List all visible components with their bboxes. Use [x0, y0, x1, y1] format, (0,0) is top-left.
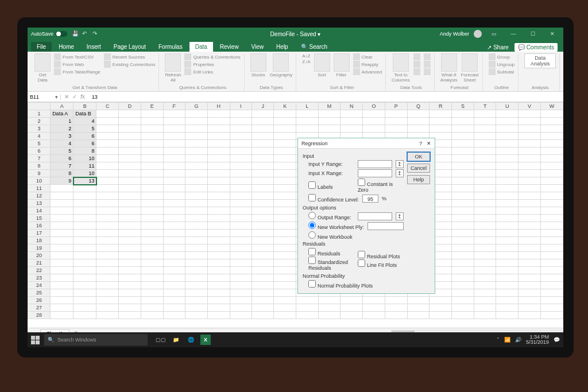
output-range-input[interactable] — [358, 212, 392, 220]
cell-J20[interactable] — [252, 252, 274, 259]
cell-I24[interactable] — [230, 282, 252, 289]
row-header-16[interactable]: 16 — [28, 222, 51, 230]
cell-U11[interactable] — [496, 185, 519, 192]
cell-E24[interactable] — [141, 282, 163, 289]
cell-V21[interactable] — [519, 259, 541, 267]
cell-J12[interactable] — [252, 192, 274, 200]
row-header-25[interactable]: 25 — [28, 289, 51, 297]
cell-J6[interactable] — [252, 148, 274, 155]
cell-G28[interactable] — [185, 312, 208, 319]
cell-S4[interactable] — [452, 133, 474, 140]
cell-F23[interactable] — [163, 274, 185, 282]
cell-S9[interactable] — [452, 170, 474, 177]
tab-insert[interactable]: Insert — [81, 42, 107, 52]
cell-J15[interactable] — [252, 215, 274, 222]
row-header-28[interactable]: 28 — [28, 312, 51, 319]
cell-B13[interactable] — [74, 200, 96, 207]
cell-C17[interactable] — [96, 230, 119, 237]
row-header-5[interactable]: 5 — [28, 140, 51, 148]
cell-E23[interactable] — [141, 274, 163, 282]
cell-D11[interactable] — [119, 185, 141, 192]
row-header-4[interactable]: 4 — [28, 133, 51, 140]
enter-formula-icon[interactable]: ✓ — [72, 94, 77, 100]
cell-G25[interactable] — [185, 289, 208, 297]
cell-M27[interactable] — [318, 304, 341, 312]
cell-H3[interactable] — [207, 125, 230, 133]
cell-E17[interactable] — [141, 230, 163, 237]
cell-D13[interactable] — [119, 200, 141, 207]
cell-F1[interactable] — [163, 110, 185, 118]
cell-C13[interactable] — [96, 200, 119, 207]
cell-K23[interactable] — [274, 274, 296, 282]
row-header-19[interactable]: 19 — [28, 244, 51, 252]
cell-I28[interactable] — [230, 312, 252, 319]
cell-S12[interactable] — [452, 192, 474, 200]
cell-J1[interactable] — [252, 110, 274, 118]
cell-T27[interactable] — [474, 304, 496, 312]
cell-K6[interactable] — [274, 148, 296, 155]
cell-J16[interactable] — [252, 222, 274, 230]
col-header-W[interactable]: W — [540, 103, 563, 110]
share-button[interactable]: ↗ Share — [487, 44, 508, 51]
cell-S15[interactable] — [452, 215, 474, 222]
cell-E4[interactable] — [141, 133, 163, 140]
cell-U14[interactable] — [496, 207, 519, 215]
cell-G1[interactable] — [185, 110, 208, 118]
row-header-20[interactable]: 20 — [28, 252, 51, 259]
cell-D28[interactable] — [119, 312, 141, 319]
cell-T11[interactable] — [474, 185, 496, 192]
cell-J17[interactable] — [252, 230, 274, 237]
cell-K2[interactable] — [274, 118, 296, 125]
cell-A18[interactable] — [51, 237, 74, 244]
cell-H25[interactable] — [207, 289, 230, 297]
row-header-2[interactable]: 2 — [28, 118, 51, 125]
cell-H13[interactable] — [207, 200, 230, 207]
cell-V17[interactable] — [519, 230, 541, 237]
cell-H21[interactable] — [207, 259, 230, 267]
cell-U10[interactable] — [496, 177, 519, 185]
cell-B15[interactable] — [74, 215, 96, 222]
cell-C20[interactable] — [96, 252, 119, 259]
resid-plots-checkbox[interactable] — [358, 251, 365, 258]
cell-D17[interactable] — [119, 230, 141, 237]
std-residuals-checkbox[interactable] — [308, 257, 316, 264]
windows-search-input[interactable]: 🔍 Search Windows — [44, 334, 148, 346]
cell-B12[interactable] — [74, 192, 96, 200]
cell-R2[interactable] — [430, 118, 452, 125]
cell-I11[interactable] — [230, 185, 252, 192]
sort-button-icon[interactable] — [314, 53, 330, 72]
col-header-T[interactable]: T — [474, 103, 496, 110]
cell-G22[interactable] — [185, 267, 208, 274]
cell-B7[interactable]: 10 — [74, 155, 96, 162]
cell-T17[interactable] — [474, 230, 496, 237]
cell-H1[interactable] — [207, 110, 230, 118]
forecast-icon[interactable] — [462, 53, 478, 72]
cell-W17[interactable] — [540, 230, 563, 237]
cell-K3[interactable] — [274, 125, 296, 133]
cell-T1[interactable] — [474, 110, 496, 118]
cell-O3[interactable] — [363, 125, 385, 133]
cell-S1[interactable] — [452, 110, 474, 118]
cell-F20[interactable] — [163, 252, 185, 259]
cell-T16[interactable] — [474, 222, 496, 230]
cell-V6[interactable] — [519, 148, 541, 155]
cell-U15[interactable] — [496, 215, 519, 222]
x-range-ref-icon[interactable]: ↥ — [396, 169, 404, 177]
start-button[interactable] — [31, 336, 40, 344]
cell-E8[interactable] — [141, 162, 163, 170]
cell-H10[interactable] — [207, 177, 230, 185]
new-workbook-radio[interactable] — [308, 231, 316, 239]
cell-E18[interactable] — [141, 237, 163, 244]
cell-U6[interactable] — [496, 148, 519, 155]
cell-W23[interactable] — [540, 274, 563, 282]
cell-A12[interactable] — [51, 192, 74, 200]
col-header-P[interactable]: P — [385, 103, 407, 110]
undo-icon[interactable]: ↶ — [82, 30, 89, 37]
task-view-icon[interactable]: ▢▢ — [156, 335, 166, 345]
chrome-icon[interactable]: 🌐 — [185, 335, 196, 345]
cell-T18[interactable] — [474, 237, 496, 244]
cell-J9[interactable] — [252, 170, 274, 177]
cell-V14[interactable] — [519, 207, 541, 215]
cell-J13[interactable] — [252, 200, 274, 207]
cell-I15[interactable] — [230, 215, 252, 222]
